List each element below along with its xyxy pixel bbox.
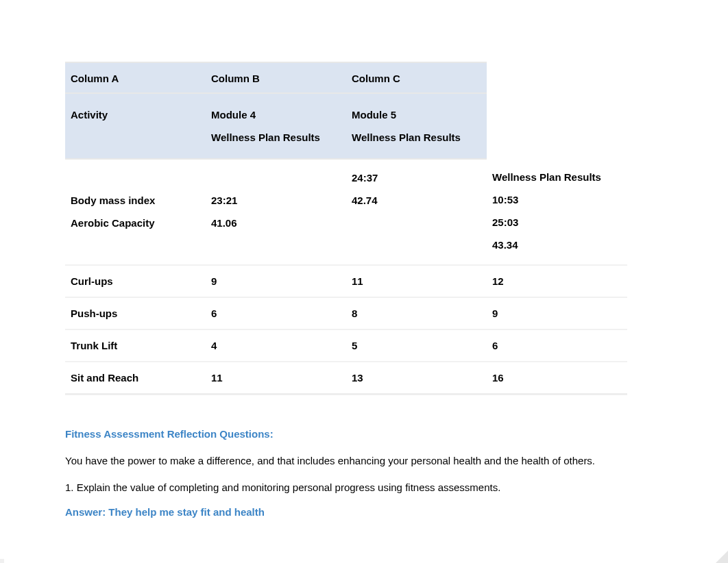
cell-label: Trunk Lift [65,329,206,362]
cell-d: 12 [487,265,627,297]
cell-d: 9 [487,297,627,329]
header-col-b: Column B [206,62,346,93]
cell-b: 6 [206,297,346,329]
cell-b: 9 [206,265,346,297]
results-table: Column A Column B Column C Activity Modu… [65,62,627,395]
page-corner-fold-icon [716,551,728,563]
table-header-row-1: Column A Column B Column C [65,62,627,93]
cell-d: 6 [487,329,627,362]
cell-c: 8 [346,297,487,329]
cell-b-bmi-aerobic: 23:21 41.06 [206,159,346,265]
header-module5: Module 5 Wellness Plan Results [346,93,487,159]
table-row: Curl-ups 9 11 12 [65,265,627,297]
header-activity: Activity [65,93,206,159]
page-edge-mark [0,559,4,563]
table-row: Sit and Reach 11 13 16 [65,362,627,395]
table-row: Push-ups 6 8 9 [65,297,627,329]
reflection-answer-1: Answer: They help me stay fit and health [65,506,663,518]
reflection-intro: You have the power to make a difference,… [65,453,663,469]
header-col-a: Column A [65,62,206,93]
cell-labels-bmi-aerobic: Body mass index Aerobic Capacity [65,159,206,265]
cell-c: 11 [346,265,487,297]
cell-b: 11 [206,362,346,395]
cell-d: 16 [487,362,627,395]
cell-label: Sit and Reach [65,362,206,395]
header-col-d-empty [487,62,627,93]
document-content: Column A Column B Column C Activity Modu… [0,0,728,545]
cell-d-overlay: Wellness Plan Results 10:53 25:03 43.34 [487,159,627,265]
cell-c-bmi-aerobic: 24:37 42.74 [346,159,487,265]
table-header-row-2: Activity Module 4 Wellness Plan Results … [65,93,627,159]
cell-b: 4 [206,329,346,362]
cell-label: Curl-ups [65,265,206,297]
table-row-bmi-aerobic: Body mass index Aerobic Capacity 23:21 4… [65,159,627,265]
header-col-d-empty2 [487,93,627,159]
header-module4: Module 4 Wellness Plan Results [206,93,346,159]
table-row: Trunk Lift 4 5 6 [65,329,627,362]
reflection-heading: Fitness Assessment Reflection Questions: [65,428,663,440]
header-col-c: Column C [346,62,487,93]
reflection-question-1: 1. Explain the value of completing and m… [65,480,663,496]
cell-c: 13 [346,362,487,395]
cell-label: Push-ups [65,297,206,329]
cell-c: 5 [346,329,487,362]
